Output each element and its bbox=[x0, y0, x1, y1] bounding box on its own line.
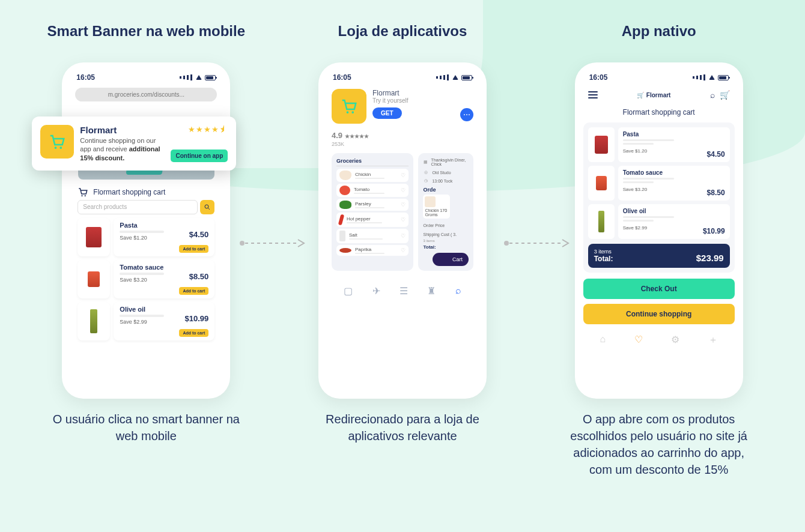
cart-item[interactable]: Tomato sauce Save $3.20 $8.50 bbox=[588, 166, 730, 201]
cart-item-name: Tomato sauce bbox=[623, 169, 725, 176]
nav-settings-icon[interactable]: ⚙ bbox=[671, 334, 679, 346]
continue-shopping-button[interactable]: Continue shopping bbox=[583, 304, 735, 324]
tab-apps-icon[interactable]: ☰ bbox=[399, 285, 408, 297]
add-to-cart-button[interactable]: Add to cart bbox=[179, 287, 208, 295]
product-name: Pasta bbox=[120, 222, 208, 229]
col1-title: Smart Banner na web mobile bbox=[47, 12, 245, 50]
product-price: $8.50 bbox=[189, 272, 209, 281]
svg-point-9 bbox=[504, 241, 509, 246]
nav-add-icon[interactable]: ＋ bbox=[708, 334, 718, 346]
search-button[interactable] bbox=[200, 200, 214, 214]
nav-favorites-icon[interactable]: ♡ bbox=[634, 334, 643, 346]
cart-item[interactable]: Pasta Save $1.20 $4.50 bbox=[588, 127, 730, 162]
col2-title: Loja de aplicativos bbox=[338, 12, 467, 50]
cart-item-name: Pasta bbox=[623, 131, 725, 138]
svg-point-3 bbox=[85, 195, 86, 196]
tab-today-icon[interactable]: ▢ bbox=[344, 285, 353, 297]
product-row[interactable]: Tomato sauce $8.50 Save $3.20 Add to car… bbox=[77, 260, 214, 298]
status-time: 16:05 bbox=[589, 73, 608, 82]
screenshot-1: Groceries Chickin♡ Tomato♡ Parsley♡ Hot … bbox=[332, 153, 413, 271]
svg-point-7 bbox=[240, 241, 245, 246]
product-price: $10.99 bbox=[185, 314, 209, 323]
screenshot-2: ▦Thanksgivin Diner, Chick ◎Old Studo ◷13… bbox=[418, 153, 473, 271]
heart-icon: ♡ bbox=[401, 247, 406, 253]
banner-title: Flormart bbox=[80, 125, 165, 135]
clock-icon: ◷ bbox=[423, 178, 429, 183]
search-input[interactable]: Search products bbox=[77, 200, 198, 214]
product-row[interactable]: Olive oil $10.99 Save $2.99 Add to cart bbox=[77, 302, 214, 340]
total-label: Total: bbox=[423, 244, 469, 250]
product-image bbox=[77, 260, 110, 298]
col3-title: App nativo bbox=[622, 12, 696, 50]
tab-bar: ▢ ✈ ☰ ♜ ⌕ bbox=[327, 277, 478, 299]
product-row[interactable]: Pasta $4.50 Save $1.20 Add to cart bbox=[77, 218, 214, 256]
address-bar[interactable]: m.groceries.com/discounts... bbox=[75, 88, 217, 101]
banner-text: Continue shopping on our app and receive… bbox=[80, 136, 165, 162]
shop-header: Flormart shopping cart bbox=[70, 184, 222, 200]
phone-1: 16:05 m.groceries.com/discounts... Florm… bbox=[62, 62, 230, 399]
calendar-icon: ▦ bbox=[423, 160, 428, 165]
col3-caption: O app abre com os produtos escolhidos pe… bbox=[563, 411, 755, 478]
totals: 3 itemsTotal: $23.99 bbox=[588, 244, 730, 268]
tab-arcade-icon[interactable]: ♜ bbox=[427, 285, 436, 297]
product-image bbox=[77, 302, 110, 340]
svg-point-1 bbox=[60, 147, 62, 149]
smart-banner[interactable]: Flormart Continue shopping on our app an… bbox=[32, 116, 236, 171]
status-bar: 16:05 bbox=[70, 72, 222, 86]
heart-icon: ♡ bbox=[401, 217, 406, 223]
checkout-button[interactable]: Check Out bbox=[583, 279, 735, 299]
search-icon[interactable]: ⌕ bbox=[710, 90, 715, 100]
svg-point-2 bbox=[82, 195, 83, 196]
page-title: Flormart shopping cart bbox=[583, 103, 735, 122]
banner-cta-button[interactable]: Continue on app bbox=[171, 150, 228, 162]
cart-icon bbox=[77, 187, 88, 198]
product-name: Tomato sauce bbox=[120, 264, 208, 271]
svg-point-0 bbox=[55, 147, 57, 149]
get-button[interactable]: GET bbox=[372, 107, 402, 119]
store-app-icon bbox=[332, 89, 366, 124]
status-time: 16:05 bbox=[333, 73, 351, 82]
col1-caption: O usuário clica no smart banner na web m… bbox=[50, 411, 242, 444]
phone-3: 16:05 🛒Flormart ⌕ 🛒 Flormart shopping ca… bbox=[575, 62, 743, 399]
add-to-cart-button[interactable]: Add to cart bbox=[179, 329, 208, 337]
tab-games-icon[interactable]: ✈ bbox=[372, 285, 380, 297]
cart-icon bbox=[340, 97, 358, 115]
rating: 4.9 ★★★★★ bbox=[327, 126, 478, 141]
cart-icon[interactable]: 🛒 bbox=[720, 90, 730, 100]
cart-item[interactable]: Olive oil Save $2.99 $10.99 bbox=[588, 204, 730, 239]
banner-app-icon bbox=[40, 125, 74, 159]
store-app-name: Flormart bbox=[372, 89, 454, 97]
order-price-label: Order Price bbox=[423, 223, 469, 228]
cart-button[interactable]: Cart bbox=[433, 253, 469, 266]
heart-icon: ♡ bbox=[401, 187, 406, 193]
cart-icon bbox=[48, 133, 66, 151]
tab-search-icon[interactable]: ⌕ bbox=[455, 285, 461, 297]
orde-label: Orde bbox=[423, 187, 469, 193]
cart-item-price: $10.99 bbox=[703, 227, 725, 235]
heart-icon: ♡ bbox=[401, 172, 406, 178]
more-button[interactable]: ⋯ bbox=[460, 108, 473, 121]
nav-home-icon[interactable]: ⌂ bbox=[600, 334, 606, 346]
total-value: $23.99 bbox=[696, 253, 724, 263]
cart-item-image bbox=[588, 166, 615, 201]
status-time: 16:05 bbox=[76, 73, 95, 82]
heart-icon: ♡ bbox=[401, 202, 406, 208]
add-to-cart-button[interactable]: Add to cart bbox=[179, 245, 208, 253]
screenshot-title: Groceries bbox=[336, 158, 409, 166]
status-bar: 16:05 bbox=[583, 72, 735, 86]
product-image bbox=[77, 218, 110, 256]
svg-point-5 bbox=[347, 111, 349, 113]
cart-item-price: $4.50 bbox=[707, 150, 725, 159]
search-icon bbox=[204, 204, 211, 211]
phone-2: 16:05 Flormart Try it yourself GET ⋯ 4.9… bbox=[318, 62, 487, 399]
menu-icon[interactable] bbox=[588, 91, 598, 98]
heart-icon: ♡ bbox=[401, 233, 406, 239]
col2-caption: Redirecionado para a loja de aplicativos… bbox=[306, 411, 499, 444]
rating-count: 253K bbox=[327, 141, 478, 147]
product-name: Olive oil bbox=[120, 306, 208, 313]
cart-item-image bbox=[588, 204, 615, 239]
app-logo: 🛒Flormart bbox=[637, 92, 671, 98]
product-price: $4.50 bbox=[189, 230, 209, 239]
cart-item-name: Olive oil bbox=[623, 208, 725, 214]
flow-arrow bbox=[239, 237, 305, 249]
